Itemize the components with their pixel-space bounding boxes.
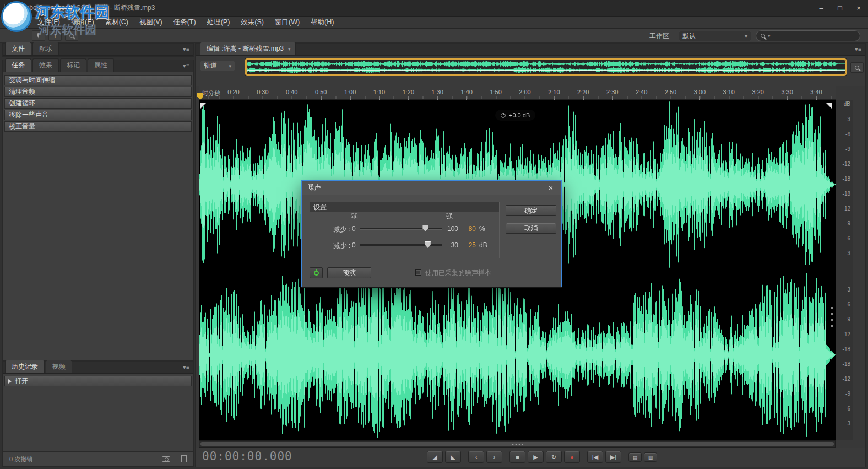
horizontal-scrollbar-thumb[interactable] (200, 442, 834, 446)
fade-in-button[interactable]: ◢ (427, 451, 443, 463)
next-marker-button[interactable]: ▶| (605, 451, 621, 463)
track-dropdown[interactable]: 轨道 ▾ (200, 61, 235, 71)
task-item[interactable]: 移除一些声音 (4, 110, 192, 120)
horizontal-scrollbar[interactable] (199, 440, 836, 448)
panel-menu-icon[interactable]: ▾≡ (183, 46, 190, 52)
toolbar: I 工作区 默认 ▾ ▾ (0, 29, 868, 43)
tasks-panel-tabs: 任务效果标记属性▾≡ (3, 60, 193, 72)
record-button[interactable]: ● (564, 451, 580, 463)
files-tab-0[interactable]: 文件 (5, 42, 31, 55)
pointer-tool-icon[interactable] (32, 30, 45, 41)
menu-item[interactable]: 素材(C) (100, 17, 134, 28)
menu-item[interactable]: 处理(P) (202, 17, 236, 28)
menu-item[interactable]: 编辑(E) (66, 17, 100, 28)
timeline-ruler[interactable]: 时分秒 0:200:300:400:501:001:101:201:301:40… (199, 86, 836, 100)
menu-item[interactable]: 任务(T) (168, 17, 202, 28)
slider-value[interactable]: 80 (464, 225, 476, 233)
history-panel-tabs: 历史记录视频▾≡ (3, 362, 193, 374)
slider-min: 0 (352, 225, 356, 233)
db-unit-label: dB (844, 101, 850, 107)
db-tick-label: -3 (837, 116, 850, 122)
history-panel: 历史记录视频▾≡ 打开 0 次撤销 (2, 361, 194, 467)
zoom-icon[interactable] (850, 62, 864, 73)
panel-menu-icon[interactable]: ▾≡ (183, 63, 190, 69)
skip-forward-button[interactable]: › (486, 451, 502, 463)
stop-button[interactable]: ■ (509, 451, 525, 463)
maximize-button[interactable]: □ (831, 1, 849, 15)
slider-value[interactable]: 25 (464, 241, 476, 249)
panel-menu-icon[interactable]: ▾≡ (183, 364, 190, 370)
zoom-tool-icon[interactable] (65, 30, 78, 41)
editor-tab[interactable]: 编辑 :许嵩 - 断桥残雪.mp3 ▾ (200, 42, 296, 55)
ruler-tick: 3:00 (691, 89, 708, 95)
history-item-open[interactable]: 打开 (4, 376, 192, 386)
ruler-tick: 0:20 (225, 89, 242, 95)
noise-reduction-slider[interactable] (360, 228, 442, 230)
trash-icon[interactable] (181, 456, 187, 462)
skip-back-button[interactable]: ‹ (468, 451, 484, 463)
cancel-button[interactable]: 取消 (506, 223, 556, 234)
menu-item[interactable]: 文件(F) (32, 17, 66, 28)
noise-floor-slider[interactable] (360, 244, 442, 246)
task-tab-0[interactable]: 任务 (5, 58, 31, 72)
time-selection-tool-icon[interactable]: I (48, 30, 62, 41)
slider-thumb[interactable] (425, 241, 431, 248)
files-tab-1[interactable]: 配乐 (32, 42, 59, 55)
transport-group: ‹› (468, 451, 502, 463)
volume-hud[interactable]: +0.0 dB (495, 110, 535, 121)
menu-item[interactable]: 窗口(W) (269, 17, 305, 28)
slider-unit: % (479, 225, 485, 233)
timecode-display[interactable]: 00:00:00.000 (202, 450, 292, 463)
volume-hud-value[interactable]: +0.0 dB (509, 112, 530, 118)
task-item[interactable]: 变调与时间伸缩 (4, 75, 192, 85)
task-item[interactable]: 校正音量 (4, 121, 192, 132)
noise-sample-checkbox[interactable] (415, 269, 421, 276)
slider-unit: dB (479, 241, 487, 249)
meter-b-button[interactable]: ▥ (644, 452, 657, 462)
selection-handle-top-right[interactable] (826, 103, 832, 109)
db-tick-label: -18 (837, 191, 850, 197)
loop-play-button[interactable]: ↻ (546, 451, 562, 463)
snapshot-icon[interactable] (162, 456, 170, 462)
slider-max: 30 (444, 241, 458, 249)
slider-thumb[interactable] (422, 225, 428, 231)
title-bar: Sb Adobe Soundbooth CS5 - 许嵩 - 断桥残雪.mp3 … (0, 0, 868, 17)
db-tick-label: -12 (837, 376, 850, 382)
task-tab-1[interactable]: 效果 (32, 58, 59, 72)
selection-handle-top-left[interactable] (200, 103, 207, 109)
task-tab-2[interactable]: 标记 (60, 58, 86, 72)
history-tab-1[interactable]: 视频 (46, 360, 72, 373)
menu-item[interactable]: 帮助(H) (305, 17, 339, 28)
meter-a-button[interactable]: ▤ (628, 452, 642, 462)
dialog-title: 噪声 (307, 183, 321, 192)
close-button[interactable]: × (849, 1, 868, 15)
overview-canvas[interactable] (246, 60, 845, 74)
transport-group: ■▶↻● (509, 451, 580, 463)
menu-item[interactable]: 效果(S) (235, 17, 269, 28)
chevron-down-icon[interactable]: ▾ (288, 46, 291, 52)
fade-out-button[interactable]: ◣ (445, 451, 461, 463)
overview-waveform[interactable] (245, 58, 847, 76)
play-button[interactable]: ▶ (528, 451, 544, 463)
minimize-button[interactable]: – (812, 1, 831, 15)
workspace-dropdown[interactable]: 默认 ▾ (679, 31, 751, 41)
ok-button[interactable]: 确定 (506, 205, 556, 216)
task-item[interactable]: 清理音频 (4, 87, 192, 97)
vertical-scrollbar-grip[interactable] (830, 305, 834, 330)
task-tab-3[interactable]: 属性 (88, 58, 114, 72)
preview-button[interactable]: 预演 (327, 267, 371, 278)
menu-item[interactable]: 视图(V) (134, 17, 168, 28)
window-controls: – □ × (812, 1, 868, 15)
noise-sample-checkbox-label: 使用已采集的噪声样本 (425, 268, 491, 278)
task-item[interactable]: 创建循环 (4, 98, 192, 109)
strong-label: 强 (446, 212, 453, 221)
ruler-tick: 1:50 (487, 89, 504, 95)
panel-menu-icon[interactable]: ▾≡ (855, 46, 862, 52)
search-input[interactable]: ▾ (756, 30, 860, 41)
history-tab-0[interactable]: 历史记录 (5, 360, 45, 373)
playhead-marker[interactable] (197, 93, 203, 100)
dialog-close-icon[interactable]: × (546, 184, 556, 192)
prev-marker-button[interactable]: |◀ (587, 451, 603, 463)
dialog-title-bar[interactable]: 噪声 × (302, 181, 561, 195)
effect-power-button[interactable] (310, 267, 323, 278)
